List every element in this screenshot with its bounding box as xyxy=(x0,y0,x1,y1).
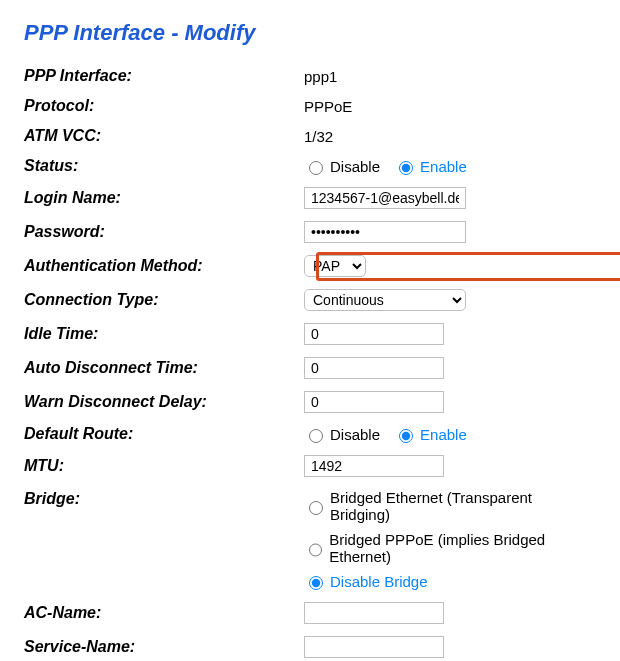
mtu-input[interactable] xyxy=(304,455,444,477)
label-login-name: Login Name: xyxy=(24,186,304,210)
connection-type-select[interactable]: Continuous xyxy=(304,289,466,311)
label-ppp-interface: PPP Interface: xyxy=(24,64,304,88)
status-enable-label: Enable xyxy=(420,158,467,175)
service-name-input[interactable] xyxy=(304,636,444,658)
default-route-radio-group: Disable Enable xyxy=(304,423,596,446)
bridge-radio-group: Bridged Ethernet (Transparent Bridging) … xyxy=(304,486,596,593)
auto-disconnect-input[interactable] xyxy=(304,357,444,379)
service-name-cell xyxy=(304,633,596,661)
status-disable-option[interactable]: Disable xyxy=(304,158,380,175)
label-idle-time: Idle Time: xyxy=(24,322,304,346)
auth-method-select[interactable]: PAP xyxy=(304,255,366,277)
password-cell xyxy=(304,218,596,246)
default-route-enable-option[interactable]: Enable xyxy=(394,426,467,443)
default-route-disable-option[interactable]: Disable xyxy=(304,426,380,443)
mtu-cell xyxy=(304,452,596,480)
bridge-opt1[interactable]: Bridged Ethernet (Transparent Bridging) xyxy=(304,489,596,523)
label-password: Password: xyxy=(24,220,304,244)
idle-time-input[interactable] xyxy=(304,323,444,345)
value-ppp-interface: ppp1 xyxy=(304,65,596,88)
bridge-opt1-label: Bridged Ethernet (Transparent Bridging) xyxy=(330,489,596,523)
auto-disconnect-cell xyxy=(304,354,596,382)
password-input[interactable] xyxy=(304,221,466,243)
label-auth-method: Authentication Method: xyxy=(24,254,304,278)
default-route-disable-label: Disable xyxy=(330,426,380,443)
default-route-disable-radio[interactable] xyxy=(309,429,323,443)
label-atm-vcc: ATM VCC: xyxy=(24,124,304,148)
status-enable-radio[interactable] xyxy=(399,161,413,175)
bridge-opt3-radio[interactable] xyxy=(309,576,323,590)
value-protocol: PPPoE xyxy=(304,95,596,118)
label-warn-disconnect: Warn Disconnect Delay: xyxy=(24,390,304,414)
warn-disconnect-cell xyxy=(304,388,596,416)
login-name-input[interactable] xyxy=(304,187,466,209)
bridge-opt3-label: Disable Bridge xyxy=(330,573,428,590)
label-protocol: Protocol: xyxy=(24,94,304,118)
bridge-opt2-radio[interactable] xyxy=(309,543,322,557)
status-disable-label: Disable xyxy=(330,158,380,175)
auth-method-cell: PAP xyxy=(304,252,596,280)
bridge-opt1-radio[interactable] xyxy=(309,501,323,515)
label-ac-name: AC-Name: xyxy=(24,601,304,625)
label-status: Status: xyxy=(24,154,304,178)
ac-name-input[interactable] xyxy=(304,602,444,624)
idle-time-cell xyxy=(304,320,596,348)
status-disable-radio[interactable] xyxy=(309,161,323,175)
login-name-cell xyxy=(304,184,596,212)
label-connection-type: Connection Type: xyxy=(24,288,304,312)
ac-name-cell xyxy=(304,599,596,627)
default-route-enable-label: Enable xyxy=(420,426,467,443)
value-atm-vcc: 1/32 xyxy=(304,125,596,148)
form-grid: PPP Interface: ppp1 Protocol: PPPoE ATM … xyxy=(24,64,596,661)
bridge-opt2-label: Bridged PPPoE (implies Bridged Ethernet) xyxy=(329,531,596,565)
status-enable-option[interactable]: Enable xyxy=(394,158,467,175)
warn-disconnect-input[interactable] xyxy=(304,391,444,413)
status-radio-group: Disable Enable xyxy=(304,155,596,178)
bridge-opt2[interactable]: Bridged PPPoE (implies Bridged Ethernet) xyxy=(304,531,596,565)
label-mtu: MTU: xyxy=(24,454,304,478)
default-route-enable-radio[interactable] xyxy=(399,429,413,443)
label-auto-disconnect: Auto Disconnect Time: xyxy=(24,356,304,380)
bridge-opt3[interactable]: Disable Bridge xyxy=(304,573,596,590)
page-title: PPP Interface - Modify xyxy=(24,20,596,46)
label-service-name: Service-Name: xyxy=(24,635,304,659)
label-default-route: Default Route: xyxy=(24,422,304,446)
label-bridge: Bridge: xyxy=(24,486,304,511)
connection-type-cell: Continuous xyxy=(304,286,596,314)
